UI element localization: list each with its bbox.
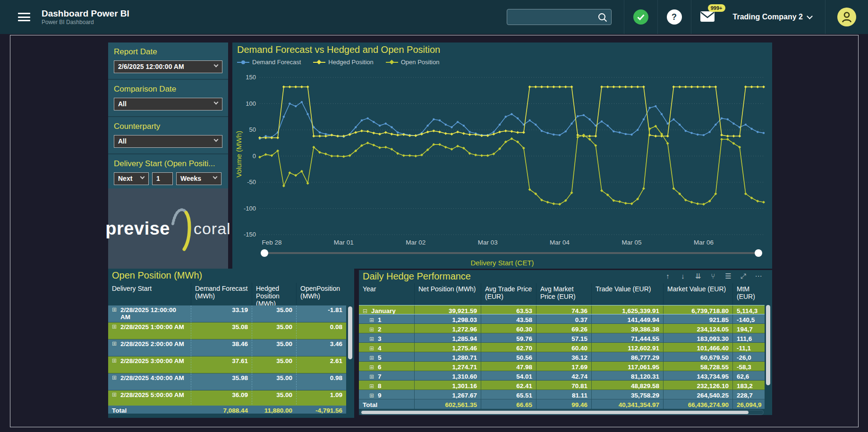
table-row[interactable]: ⊞2/28/2025 1:00:00 AM35.0835.000.08 xyxy=(108,322,346,339)
table-row[interactable]: ⊞71,310.6054.0142.7481,120.31143,734.956… xyxy=(359,371,765,381)
column-header[interactable]: Market Value (EUR) xyxy=(663,283,732,305)
table-row[interactable]: ⊞91,267.6765.5181.1135,758.29264,540.252… xyxy=(359,390,765,399)
x-tick-label: Feb 28 xyxy=(262,239,281,246)
help-button[interactable]: ? xyxy=(658,0,691,34)
delivery-start-cell: ⊞2/28/2025 1:00:00 AM xyxy=(108,322,191,339)
expand-icon[interactable]: ⊞ xyxy=(112,306,117,321)
more-options-icon[interactable]: ⋯ xyxy=(754,272,763,280)
data-point xyxy=(312,135,315,137)
user-menu-button[interactable] xyxy=(825,0,868,34)
table-row[interactable]: ⊞41,275.4662.7060.40112,602.91101,466.40… xyxy=(359,343,765,352)
search-box[interactable] xyxy=(507,9,612,25)
notification-badge: 999+ xyxy=(708,4,725,12)
year-cell: ⊟January xyxy=(359,305,414,314)
slider-handle-right[interactable] xyxy=(755,249,762,257)
comparison-date-dropdown[interactable]: All xyxy=(114,98,222,110)
drill-up-icon[interactable]: ↑ xyxy=(664,272,672,280)
menu-icon[interactable] xyxy=(18,13,30,21)
expand-icon[interactable]: ⊞ xyxy=(369,334,374,341)
data-point xyxy=(618,85,621,88)
expand-icon[interactable]: ⊞ xyxy=(369,391,374,398)
relative-mode-value: Next xyxy=(118,175,132,182)
table-row[interactable]: ⊞2/28/2025 5:00:00 AM36.0935.001.09 xyxy=(108,390,346,406)
expand-icon[interactable]: ⊞ xyxy=(369,353,374,360)
slider-handle-left[interactable] xyxy=(261,249,268,257)
slider-track[interactable] xyxy=(264,252,758,254)
total-label: Total xyxy=(359,399,414,409)
year-cell: ⊞2 xyxy=(359,324,414,333)
horizontal-scrollbar[interactable] xyxy=(360,410,764,415)
notifications-button[interactable]: 999+ xyxy=(691,0,724,34)
expand-icon[interactable]: ⊞ xyxy=(369,344,374,351)
table-row[interactable]: ⊞2/28/2025 3:00:00 AM37.6135.002.61 xyxy=(108,356,346,373)
expand-icon[interactable]: ⊞ xyxy=(112,323,117,338)
counterparty-dropdown[interactable]: All xyxy=(114,135,222,148)
data-point xyxy=(595,125,596,127)
table-row[interactable]: ⊞2/28/2025 12:00:00 AM33.1935.00-1.81 xyxy=(108,305,346,322)
status-ok-button[interactable] xyxy=(624,0,657,34)
hedge-performance-panel: Daily Hedge Performance ↑↓⇊⑂☰⤢⋯ YearNet … xyxy=(359,270,772,415)
column-header[interactable]: Year xyxy=(359,283,414,305)
expand-icon[interactable]: ⊞ xyxy=(369,381,374,389)
relative-mode-dropdown[interactable]: Next xyxy=(114,172,149,185)
expand-icon[interactable]: ⊞ xyxy=(369,363,374,370)
table-row[interactable]: ⊞51,280.7150.5636.1286,777.2960,679.50-2… xyxy=(359,352,765,362)
collapse-icon[interactable]: ⊟ xyxy=(363,306,367,313)
relative-unit-dropdown[interactable]: Weeks xyxy=(176,172,221,185)
search-input[interactable] xyxy=(511,9,596,25)
table-row[interactable]: ⊞61,274.7147.9817.69117,061.9558,728.55-… xyxy=(359,362,765,371)
horizontal-scrollbar-thumb[interactable] xyxy=(361,411,749,414)
line-chart[interactable]: 150100500-50-100-150Feb 28Mar 01Mar 02Ma… xyxy=(232,42,772,246)
total-value-cell: 66.65 xyxy=(481,399,536,409)
expand-icon[interactable]: ⊞ xyxy=(112,374,117,389)
value-cell: 47.98 xyxy=(481,362,536,371)
vertical-scrollbar[interactable] xyxy=(766,305,770,385)
table-row[interactable]: ⊟January39,921.5963.5374.361,625,339.916… xyxy=(359,305,765,314)
drill-down-icon[interactable]: ↓ xyxy=(679,272,687,280)
app-title: Dashboard Power BI xyxy=(42,8,129,19)
table-row[interactable]: ⊞2/28/2025 2:00:00 AM38.4635.003.46 xyxy=(108,339,346,356)
expand-icon[interactable]: ⊞ xyxy=(112,340,117,355)
drill-mode-icon[interactable]: ⑂ xyxy=(709,272,717,280)
column-header[interactable]: Avg Trade Price (EUR) xyxy=(481,283,536,305)
total-open: -4,791.56 xyxy=(296,406,346,414)
expand-icon[interactable]: ⊞ xyxy=(369,372,374,379)
data-point xyxy=(457,121,459,123)
column-header[interactable]: Avg Market Price (EUR) xyxy=(536,283,591,305)
relative-count-input[interactable]: 1 xyxy=(152,172,173,185)
value-cell: 71,444.55 xyxy=(591,333,663,342)
x-axis-range-slider[interactable] xyxy=(261,249,762,257)
data-point xyxy=(655,105,656,107)
x-tick-label: Mar 05 xyxy=(622,239,642,246)
company-name: Trading Company 2 xyxy=(733,13,803,21)
column-header[interactable]: Trade Value (EUR) xyxy=(591,283,663,305)
value-cell: 112,602.91 xyxy=(591,343,663,352)
vertical-scrollbar[interactable] xyxy=(348,306,352,359)
expand-icon[interactable]: ⊞ xyxy=(112,357,117,372)
expand-icon[interactable]: ⊞ xyxy=(369,325,374,332)
cell-text: 8 xyxy=(378,381,382,389)
table-row[interactable]: ⊞2/28/2025 4:00:00 AM35.9835.000.98 xyxy=(108,373,346,390)
company-selector[interactable]: Trading Company 2 xyxy=(724,0,825,34)
focus-mode-icon[interactable]: ⤢ xyxy=(739,272,748,280)
table-row[interactable]: ⊞81,301.1662.4170.8148,829.58232,126.101… xyxy=(359,381,765,390)
year-cell: ⊞8 xyxy=(359,381,414,390)
report-date-dropdown[interactable]: 2/6/2025 12:00:00 AM xyxy=(114,60,222,73)
table-row[interactable]: ⊞11,298.0343.580.37141,449.94921.85-140,… xyxy=(359,314,765,324)
expand-all-icon[interactable]: ⇊ xyxy=(694,272,702,280)
data-point xyxy=(630,134,632,136)
value-cell: 234,124.05 xyxy=(663,324,732,333)
column-header[interactable]: MtM (EUR) xyxy=(732,283,765,305)
expand-icon[interactable]: ⊞ xyxy=(369,315,374,322)
data-point xyxy=(540,85,543,88)
year-cell: ⊞1 xyxy=(359,314,414,323)
table-row[interactable]: ⊞31,285.9459.7657.1571,444.55183,093.301… xyxy=(359,333,765,343)
table-row[interactable]: ⊞21,272.9660.3069.2639,386.38234,124.051… xyxy=(359,324,765,333)
filters-icon[interactable]: ☰ xyxy=(724,272,732,280)
expand-icon[interactable]: ⊞ xyxy=(112,391,117,406)
data-point xyxy=(511,130,513,133)
delivery-start-cell: ⊞2/28/2025 5:00:00 AM xyxy=(108,390,191,406)
column-header[interactable]: Net Position (MWh) xyxy=(414,283,481,305)
value-cell: -58,3 xyxy=(732,362,765,371)
data-point xyxy=(684,85,687,88)
